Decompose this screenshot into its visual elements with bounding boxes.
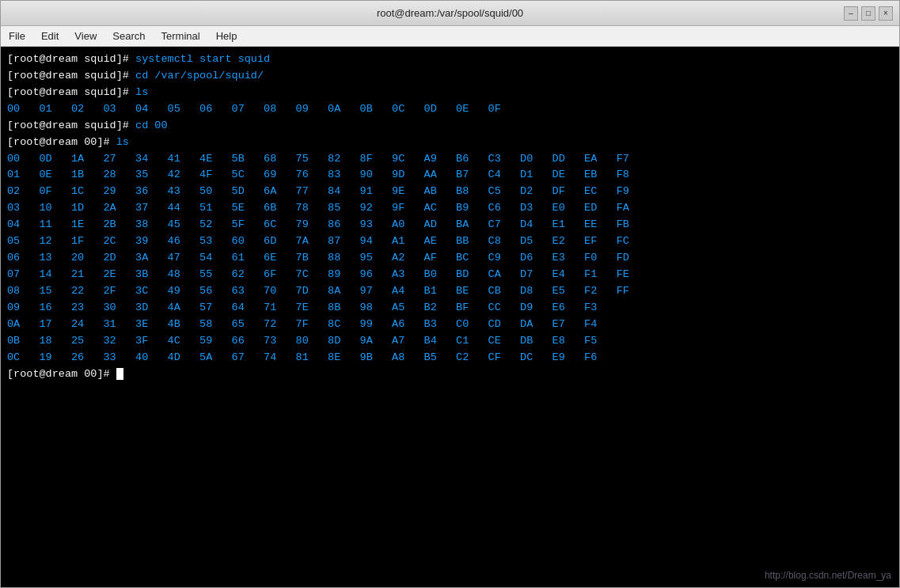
maximize-button[interactable]: □ [861, 6, 875, 21]
menu-search[interactable]: Search [104, 28, 153, 44]
window-title: root@dream:/var/spool/squid/00 [377, 7, 523, 19]
window-controls: – □ × [844, 6, 893, 21]
menubar: File Edit View Search Terminal Help [1, 26, 899, 47]
menu-view[interactable]: View [66, 28, 104, 44]
menu-help[interactable]: Help [208, 28, 245, 44]
titlebar: root@dream:/var/spool/squid/00 – □ × [1, 1, 899, 26]
terminal-area[interactable]: [root@dream squid]# systemctl start squi… [1, 47, 899, 587]
menu-terminal[interactable]: Terminal [154, 28, 208, 44]
close-button[interactable]: × [879, 6, 893, 21]
terminal-output: [root@dream squid]# systemctl start squi… [7, 51, 893, 382]
minimize-button[interactable]: – [844, 6, 858, 21]
menu-file[interactable]: File [1, 28, 33, 44]
menu-edit[interactable]: Edit [33, 28, 66, 44]
terminal-window: root@dream:/var/spool/squid/00 – □ × Fil… [0, 0, 900, 588]
watermark: http://blog.csdn.net/Dream_ya [765, 570, 891, 581]
